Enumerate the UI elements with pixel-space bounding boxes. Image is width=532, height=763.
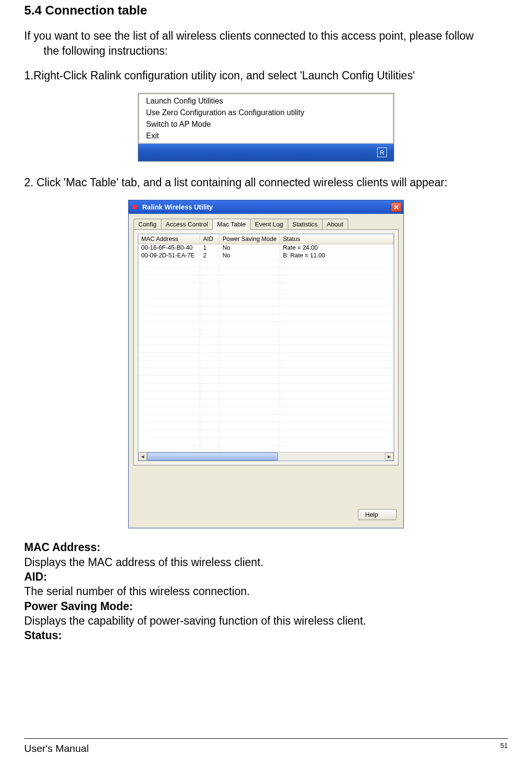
def-psm-label: Power Saving Mode:	[24, 599, 508, 613]
empty-row	[138, 438, 394, 446]
col-mac[interactable]: MAC Address	[138, 234, 200, 244]
tab-page: MAC Address AID Power Saving Mode Status…	[133, 230, 399, 465]
cell-psm: No	[220, 244, 280, 252]
empty-row	[138, 376, 394, 384]
col-status[interactable]: Status	[280, 234, 394, 244]
empty-row	[138, 337, 394, 345]
tab-config[interactable]: Config	[133, 219, 162, 229]
def-status-label: Status:	[24, 628, 508, 643]
table-row[interactable]: 00-16-6F-45-B0-40 1 No Rate = 24.00	[138, 244, 394, 252]
empty-row	[138, 430, 394, 438]
ctx-item-switch[interactable]: Switch to AP Mode	[139, 119, 393, 130]
app-icon: ✱	[131, 203, 139, 211]
list-rows: 00-16-6F-45-B0-40 1 No Rate = 24.00 00-0…	[138, 244, 394, 452]
ctx-item-launch[interactable]: Launch Config Utilities	[139, 95, 393, 107]
empty-row	[138, 368, 394, 376]
table-row[interactable]: 00-09-2D-51-EA-7E 2 No B: Rate = 11.00	[138, 252, 394, 260]
cell-status: Rate = 24.00	[280, 244, 394, 252]
scroll-left-icon[interactable]: ◄	[138, 452, 147, 461]
tabs: Config Access Control Mac Table Event Lo…	[133, 219, 399, 230]
ctx-item-exit[interactable]: Exit	[139, 130, 393, 142]
ralink-window: ✱ Ralink Wireless Utility ✕ Config Acces…	[128, 200, 404, 528]
empty-row	[138, 446, 394, 452]
page-number: 51	[500, 742, 508, 749]
empty-row	[138, 345, 394, 353]
empty-row	[138, 407, 394, 415]
empty-row	[138, 314, 394, 322]
intro-line-2: the following instructions:	[24, 45, 168, 57]
empty-row	[138, 384, 394, 391]
cell-mac: 00-16-6F-45-B0-40	[138, 244, 200, 252]
mac-table-list: MAC Address AID Power Saving Mode Status…	[138, 234, 394, 461]
window-title: Ralink Wireless Utility	[142, 203, 391, 211]
intro-paragraph: If you want to see the list of all wirel…	[24, 29, 508, 59]
context-menu: Launch Config Utilities Use Zero Configu…	[138, 93, 394, 144]
dialog-buttons: Help	[133, 465, 399, 523]
list-header: MAC Address AID Power Saving Mode Status	[138, 234, 394, 244]
tab-mac-table[interactable]: Mac Table	[212, 219, 251, 230]
tab-access-control[interactable]: Access Control	[161, 219, 213, 229]
context-menu-window: Launch Config Utilities Use Zero Configu…	[138, 93, 394, 162]
hscrollbar[interactable]: ◄ ►	[138, 452, 394, 461]
scroll-thumb[interactable]	[147, 452, 278, 461]
empty-row	[138, 299, 394, 306]
empty-row	[138, 291, 394, 299]
def-mac-desc: Displays the MAC address of this wireles…	[24, 555, 508, 569]
empty-row	[138, 306, 394, 314]
taskbar: R	[138, 144, 394, 161]
tray-icon[interactable]: R	[377, 148, 387, 157]
col-aid[interactable]: AID	[200, 234, 220, 244]
empty-row	[138, 260, 394, 268]
scroll-right-icon[interactable]: ►	[385, 452, 394, 461]
empty-row	[138, 275, 394, 283]
empty-row	[138, 353, 394, 360]
empty-row	[138, 329, 394, 337]
def-aid-desc: The serial number of this wireless conne…	[24, 584, 508, 598]
empty-row	[138, 391, 394, 399]
section-heading: 5.4 Connection table	[24, 3, 508, 18]
cell-aid: 2	[200, 252, 220, 260]
step-2: 2. Click 'Mac Table' tab, and a list con…	[24, 175, 508, 190]
intro-line-1: If you want to see the list of all wirel…	[24, 30, 473, 42]
def-aid-label: AID:	[24, 569, 508, 584]
col-psm[interactable]: Power Saving Mode	[220, 234, 280, 244]
utility-screenshot: ✱ Ralink Wireless Utility ✕ Config Acces…	[24, 200, 508, 528]
empty-row	[138, 268, 394, 275]
def-psm-desc: Displays the capability of power-saving …	[24, 613, 508, 628]
tab-statistics[interactable]: Statistics	[288, 219, 323, 229]
def-mac-label: MAC Address:	[24, 540, 508, 554]
empty-row	[138, 283, 394, 291]
scroll-track[interactable]	[147, 452, 385, 461]
definitions: MAC Address: Displays the MAC address of…	[24, 540, 508, 643]
cell-aid: 1	[200, 244, 220, 252]
empty-row	[138, 360, 394, 368]
cell-status: B: Rate = 11.00	[280, 252, 394, 260]
help-button[interactable]: Help	[358, 509, 397, 520]
close-icon[interactable]: ✕	[391, 202, 401, 212]
window-body: Config Access Control Mac Table Event Lo…	[129, 214, 403, 528]
footer-title: User's Manual	[24, 743, 89, 754]
step-1: 1.Right-Click Ralink configuration utili…	[24, 68, 508, 83]
empty-row	[138, 415, 394, 422]
tab-event-log[interactable]: Event Log	[250, 219, 288, 229]
tab-about[interactable]: About	[322, 219, 348, 229]
cell-mac: 00-09-2D-51-EA-7E	[138, 252, 200, 260]
cell-psm: No	[220, 252, 280, 260]
empty-row	[138, 399, 394, 407]
ctx-item-zero[interactable]: Use Zero Configuration as Configuration …	[139, 107, 393, 119]
context-menu-screenshot: Launch Config Utilities Use Zero Configu…	[24, 93, 508, 162]
footer-rule	[24, 738, 508, 739]
empty-row	[138, 322, 394, 329]
titlebar: ✱ Ralink Wireless Utility ✕	[129, 200, 403, 214]
empty-row	[138, 422, 394, 430]
